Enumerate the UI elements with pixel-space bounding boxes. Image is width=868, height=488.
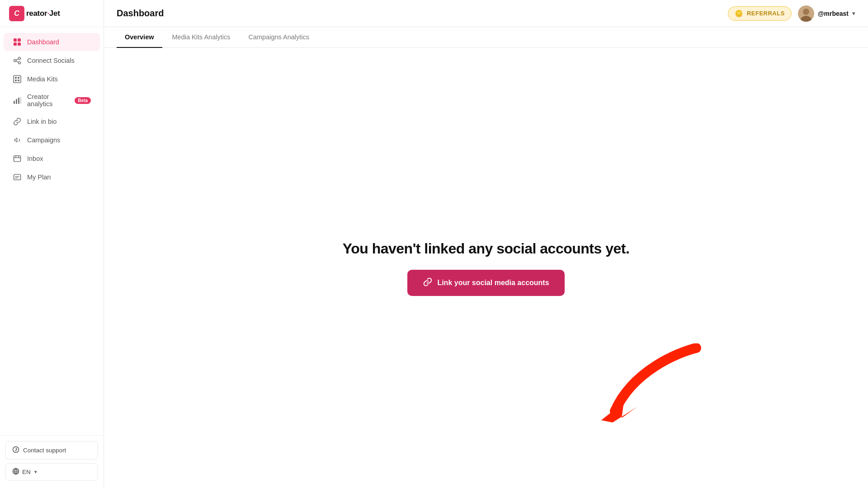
sidebar-item-campaigns[interactable]: Campaigns bbox=[4, 131, 100, 149]
chain-link-icon bbox=[423, 277, 433, 289]
avatar bbox=[798, 5, 814, 22]
svg-rect-9 bbox=[14, 75, 21, 83]
empty-state: You haven't linked any social accounts y… bbox=[343, 240, 630, 296]
sidebar-item-dashboard[interactable]: Dashboard bbox=[4, 33, 100, 51]
svg-rect-11 bbox=[18, 77, 19, 79]
sidebar-item-label: Link in bio bbox=[27, 118, 57, 125]
svg-rect-0 bbox=[14, 38, 17, 42]
header-right: 🪙 REFERRALS @mrbeast ▾ bbox=[728, 5, 855, 22]
sidebar-item-label: Dashboard bbox=[27, 38, 59, 46]
tab-media-kits-analytics[interactable]: Media Kits Analytics bbox=[164, 27, 239, 48]
sidebar-item-label: Campaigns bbox=[27, 136, 60, 144]
link-in-bio-icon bbox=[13, 117, 22, 126]
my-plan-icon bbox=[13, 173, 22, 182]
creator-analytics-icon bbox=[13, 96, 22, 105]
svg-point-20 bbox=[13, 447, 19, 453]
logo-text: reator·Jet bbox=[26, 9, 60, 18]
sidebar-item-label: Media Kits bbox=[27, 75, 58, 83]
sidebar-bottom: Contact support EN ▾ bbox=[0, 435, 104, 488]
coin-icon: 🪙 bbox=[735, 9, 744, 18]
referrals-button[interactable]: 🪙 REFERRALS bbox=[728, 6, 791, 21]
sidebar-item-my-plan[interactable]: My Plan bbox=[4, 168, 100, 186]
sidebar-item-inbox[interactable]: Inbox bbox=[4, 150, 100, 168]
main-content: You haven't linked any social accounts y… bbox=[104, 48, 868, 488]
sidebar-item-label: Inbox bbox=[27, 155, 43, 162]
sidebar-item-creator-analytics[interactable]: Creator analytics Beta bbox=[4, 89, 100, 112]
support-icon bbox=[12, 446, 19, 455]
link-socials-button[interactable]: Link your social media accounts bbox=[407, 270, 564, 296]
empty-state-title: You haven't linked any social accounts y… bbox=[343, 240, 630, 257]
sidebar-item-media-kits[interactable]: Media Kits bbox=[4, 70, 100, 88]
sidebar: C reator·Jet Dashboard bbox=[0, 0, 104, 488]
logo-icon: C bbox=[9, 6, 24, 21]
svg-rect-15 bbox=[16, 99, 17, 104]
svg-marker-26 bbox=[601, 402, 637, 422]
svg-rect-3 bbox=[18, 42, 21, 46]
svg-rect-14 bbox=[14, 101, 15, 104]
logo: C reator·Jet bbox=[0, 0, 104, 27]
language-label: EN bbox=[22, 469, 31, 475]
connect-socials-icon bbox=[13, 56, 22, 65]
sidebar-item-link-in-bio[interactable]: Link in bio bbox=[4, 113, 100, 131]
sidebar-item-label: Creator analytics bbox=[27, 93, 67, 108]
tab-overview[interactable]: Overview bbox=[117, 27, 162, 48]
media-kits-icon bbox=[13, 75, 22, 84]
svg-line-7 bbox=[16, 59, 18, 60]
link-socials-label: Link your social media accounts bbox=[437, 279, 549, 287]
language-selector[interactable]: EN ▾ bbox=[5, 463, 98, 481]
svg-rect-19 bbox=[14, 174, 21, 180]
svg-rect-17 bbox=[20, 97, 21, 104]
header: Dashboard 🪙 REFERRALS @mrbeast ▾ bbox=[104, 0, 868, 27]
svg-rect-2 bbox=[14, 42, 17, 46]
sidebar-item-label: My Plan bbox=[27, 174, 51, 181]
contact-support-button[interactable]: Contact support bbox=[5, 441, 98, 460]
referrals-label: REFERRALS bbox=[747, 10, 785, 17]
tabs-bar: Overview Media Kits Analytics Campaigns … bbox=[104, 27, 868, 48]
user-menu[interactable]: @mrbeast ▾ bbox=[798, 5, 855, 22]
svg-rect-13 bbox=[18, 80, 19, 81]
svg-line-8 bbox=[16, 61, 18, 62]
user-menu-chevron-icon: ▾ bbox=[852, 10, 855, 17]
username: @mrbeast bbox=[818, 10, 849, 17]
svg-point-5 bbox=[19, 57, 21, 60]
contact-support-label: Contact support bbox=[23, 447, 66, 454]
campaigns-icon bbox=[13, 136, 22, 145]
sidebar-item-connect-socials[interactable]: Connect Socials bbox=[4, 52, 100, 70]
svg-rect-18 bbox=[14, 156, 21, 162]
svg-point-6 bbox=[19, 62, 21, 64]
svg-rect-1 bbox=[18, 38, 21, 42]
chevron-down-icon: ▾ bbox=[34, 469, 37, 475]
svg-point-21 bbox=[15, 451, 16, 451]
svg-point-24 bbox=[803, 9, 809, 15]
main-area: Dashboard 🪙 REFERRALS @mrbeast ▾ bbox=[104, 0, 868, 488]
arrow-annotation bbox=[588, 343, 705, 425]
dashboard-icon bbox=[13, 38, 22, 47]
beta-badge: Beta bbox=[75, 97, 91, 104]
svg-rect-12 bbox=[15, 80, 17, 81]
sidebar-nav: Dashboard Connect Socials bbox=[0, 27, 104, 435]
inbox-icon bbox=[13, 154, 22, 163]
tab-campaigns-analytics[interactable]: Campaigns Analytics bbox=[240, 27, 317, 48]
svg-rect-16 bbox=[18, 98, 19, 104]
svg-rect-10 bbox=[15, 77, 17, 79]
svg-point-4 bbox=[14, 60, 16, 62]
globe-icon bbox=[12, 468, 19, 476]
sidebar-item-label: Connect Socials bbox=[27, 57, 75, 64]
page-title: Dashboard bbox=[117, 8, 164, 19]
